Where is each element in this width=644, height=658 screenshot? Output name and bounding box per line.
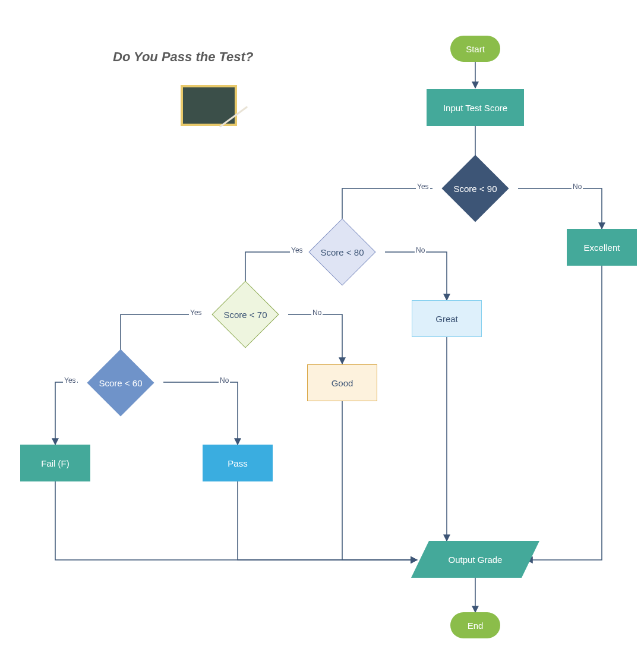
- decision-lt80-label: Score < 80: [321, 247, 364, 257]
- start-node: Start: [450, 36, 500, 62]
- decision-lt70-label: Score < 70: [224, 310, 267, 320]
- end-label: End: [468, 621, 484, 631]
- pass-label: Pass: [228, 458, 247, 468]
- decision-lt60-label: Score < 60: [99, 378, 143, 388]
- excellent-label: Excellent: [584, 243, 620, 253]
- input-score-node: Input Test Score: [427, 89, 524, 126]
- input-score-label: Input Test Score: [443, 103, 507, 113]
- end-node: End: [450, 612, 500, 638]
- edge-label-yes: Yes: [290, 246, 304, 254]
- edge-label-no: No: [572, 182, 583, 191]
- start-label: Start: [466, 44, 485, 54]
- edge-label-no: No: [311, 308, 323, 317]
- output-grade-label: Output Grade: [449, 555, 503, 565]
- fail-label: Fail (F): [41, 458, 70, 468]
- edge-label-yes: Yes: [189, 308, 203, 317]
- flowchart-canvas: Do You Pass the Test?: [0, 0, 644, 658]
- edge-label-yes: Yes: [63, 376, 77, 385]
- good-node: Good: [307, 364, 377, 401]
- edge-label-no: No: [415, 246, 426, 254]
- pass-node: Pass: [203, 445, 273, 481]
- connectors-layer: [0, 0, 644, 658]
- edge-label-no: No: [219, 376, 230, 385]
- output-grade-node: Output Grade: [411, 541, 539, 578]
- great-label: Great: [435, 314, 458, 324]
- great-node: Great: [412, 300, 482, 337]
- good-label: Good: [332, 378, 353, 388]
- edge-label-yes: Yes: [416, 182, 430, 191]
- decision-lt90-label: Score < 90: [454, 184, 497, 194]
- fail-node: Fail (F): [20, 445, 90, 481]
- excellent-node: Excellent: [567, 229, 637, 266]
